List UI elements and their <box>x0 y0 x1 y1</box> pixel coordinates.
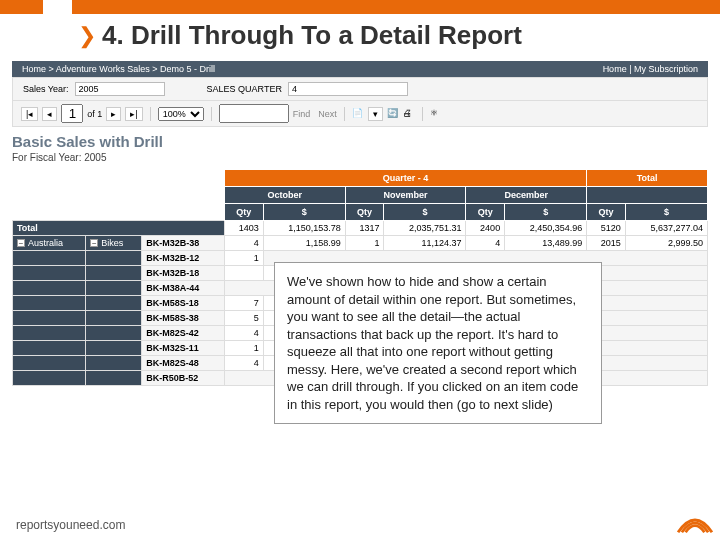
export-icon[interactable]: 📄 <box>352 108 364 120</box>
report-title: Basic Sales with Drill <box>12 133 708 150</box>
table-header-quarter: Quarter - 4 Total <box>13 170 708 187</box>
last-page-button[interactable]: ▸| <box>125 107 142 121</box>
first-page-button[interactable]: |◂ <box>21 107 38 121</box>
breadcrumb-right[interactable]: Home | My Subscription <box>603 64 698 74</box>
find-button[interactable]: Find <box>293 109 311 119</box>
filter-quarter-label: SALES QUARTER <box>207 84 282 94</box>
filter-bar: Sales Year: SALES QUARTER <box>12 77 708 101</box>
slide-title: 4. Drill Through To a Detail Report <box>102 20 522 51</box>
prev-page-button[interactable]: ◂ <box>42 107 57 121</box>
filter-year-label: Sales Year: <box>23 84 69 94</box>
find-input[interactable] <box>219 104 289 123</box>
next-page-button[interactable]: ▸ <box>106 107 121 121</box>
breadcrumb-path[interactable]: Home > Adventure Works Sales > Demo 5 - … <box>22 64 215 74</box>
title-arrow-icon: ❯ <box>78 23 96 49</box>
find-next-button[interactable]: Next <box>318 109 337 119</box>
print-icon[interactable]: 🖨 <box>403 108 415 120</box>
table-group-row: −Australia −Bikes BK-M32B-38 4 1,158.99 … <box>13 236 708 251</box>
slide-accent <box>0 0 720 14</box>
callout-text: We've shown how to hide and show a certa… <box>287 274 578 412</box>
report-toolbar: |◂ ◂ of 1 ▸ ▸| 100% Find Next 📄 ▾ 🔄 🖨 ⚛ <box>12 101 708 127</box>
breadcrumb-bar: Home > Adventure Works Sales > Demo 5 - … <box>12 61 708 77</box>
table-total-row: Total 1403 1,150,153.78 1317 2,035,751.3… <box>13 221 708 236</box>
toolbar-separator <box>344 107 345 121</box>
toolbar-separator <box>150 107 151 121</box>
expand-icon: − <box>90 239 98 247</box>
export-dropdown[interactable]: ▾ <box>368 107 383 121</box>
page-number-input[interactable] <box>61 104 83 123</box>
refresh-icon[interactable]: 🔄 <box>387 108 399 120</box>
filter-year-input[interactable] <box>75 82 165 96</box>
zoom-select[interactable]: 100% <box>158 107 204 121</box>
slide-title-row: ❯ 4. Drill Through To a Detail Report <box>0 14 720 61</box>
table-header-cols: Qty $ Qty $ Qty $ Qty $ <box>13 204 708 221</box>
expand-icon: − <box>17 239 25 247</box>
table-header-months: October November December <box>13 187 708 204</box>
atom-icon[interactable]: ⚛ <box>430 108 442 120</box>
filter-quarter-input[interactable] <box>288 82 408 96</box>
brand-logo-icon <box>676 504 714 536</box>
report-subtitle: For Fiscal Year: 2005 <box>12 152 708 163</box>
toolbar-separator <box>422 107 423 121</box>
callout-box: We've shown how to hide and show a certa… <box>274 262 602 424</box>
slide-footer: reportsyouneed.com <box>16 518 125 532</box>
toolbar-separator <box>211 107 212 121</box>
page-of-label: of 1 <box>87 109 102 119</box>
